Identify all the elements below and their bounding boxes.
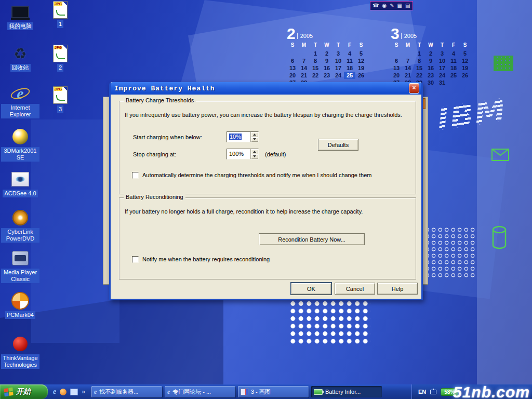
calendar-day: 26 [459,72,471,79]
language-indicator[interactable]: EN [418,389,426,395]
calendar-day: 19 [355,64,367,72]
quick-launch-chevron-icon[interactable]: » [82,388,85,395]
stop-charging-spinner[interactable]: 100% [227,149,259,159]
reconditioning-description: If your battery no longer holds a full c… [125,208,411,215]
desktop-icon-jpg-2[interactable]: JPG 2 [45,45,76,72]
jpg-badge: JPG [54,87,62,91]
task-button-server-not-found[interactable]: e 找不到服务器... [91,386,162,397]
acdsee-icon [10,170,30,188]
calendar-day: 15 [414,64,425,72]
battery-percent-badge[interactable]: 58% [441,388,458,396]
calendar-day: 5 [355,50,367,57]
media-quick-launch-icon[interactable] [60,389,66,395]
task-button-paint[interactable]: 3 - 画图 [238,386,309,397]
desktop-icon-my-computer[interactable]: 我的电脑 [1,3,39,30]
calendar-day [391,50,402,57]
calendar-day: 31 [436,79,448,86]
calendar-day-header: T [414,42,425,50]
phone-icon[interactable]: ☎ [373,3,379,8]
grid-icon[interactable]: ▦ [397,3,402,8]
auto-threshold-checkbox[interactable] [132,172,139,179]
dialog-titlebar[interactable]: Improve Battery Health × [111,82,421,95]
group-title: Battery Reconditioning [124,194,185,200]
improve-battery-health-dialog: Improve Battery Health × Battery Charge … [109,82,423,300]
quick-launch: e » [53,388,85,396]
envelope-icon [491,149,509,163]
calendar-day: 17 [332,64,344,72]
calendar-march: 3 2005 SMTWTFS12345678910111213141516171… [391,27,471,86]
stop-charging-value: 100% [227,149,250,159]
calendar-day-header: T [332,42,344,50]
group-title: Battery Charge Thresholds [124,97,196,103]
calendar-day: 13 [287,64,298,72]
calendar-day: 24 [436,72,448,79]
document-icon[interactable]: ▤ [405,3,410,8]
desktop-icon-thinkvantage[interactable]: ThinkVantage Technologies [1,335,39,369]
help-button[interactable]: Help [377,283,418,295]
desktop-icon-3dmark[interactable]: 3DMark2001 SE [1,128,39,162]
calendar-day: 16 [321,64,332,72]
calendar-day [448,79,459,86]
calendar-day-header: F [344,42,355,50]
calendar-day: 10 [332,57,344,64]
calendar-day-header: M [402,42,414,50]
desktop-icon-jpg-3[interactable]: JPG 3 [45,86,76,113]
show-desktop-icon[interactable] [70,389,78,395]
close-icon[interactable]: × [409,83,419,94]
calendar-day-header: S [459,42,471,50]
task-button-forum[interactable]: e 专门网论坛 - ... [165,386,235,397]
calendar-day [298,50,310,57]
default-note: (default) [265,151,286,157]
calendar-day: 25 [448,72,459,79]
start-button[interactable]: 开始 [0,384,48,399]
ok-button[interactable]: OK [291,283,331,295]
desktop-icon-internet-explorer[interactable]: Internet Explorer [1,85,39,118]
desktop-icon-acdsee[interactable]: ACDSee 4.0 [1,170,39,197]
calendar-day [459,79,471,86]
battery-reconditioning-group: Battery Reconditioning If your battery n… [119,197,416,280]
calendar-day: 30 [425,79,436,86]
desktop-icon-media-player-classic[interactable]: Media Player Classic [1,249,39,283]
task-button-battery-information[interactable]: Battery Infor... [311,386,382,397]
stop-charging-label: Stop charging at: [133,151,176,157]
grid-deco-icon [494,56,513,71]
desktop-icon-powerdvd[interactable]: CyberLink PowerDVD [1,209,39,243]
calendar-day: 16 [425,64,436,72]
calendar-day: 6 [391,57,402,64]
thinkvantage-icon [10,335,30,353]
recondition-battery-button[interactable]: Recondition Battery Now... [259,233,365,245]
system-tray: EN 58% [411,384,532,399]
start-charging-spinner[interactable]: 10% [227,131,259,142]
icon-label: ACDSee 4.0 [3,190,37,197]
defaults-button[interactable]: Defaults [318,139,358,151]
power-plug-icon[interactable] [430,390,436,394]
notify-reconditioning-checkbox[interactable] [132,256,139,263]
desktop-icon-jpg-1[interactable]: JPG 1 [45,1,76,28]
spin-up-icon[interactable] [251,149,258,154]
spin-down-icon[interactable] [251,154,258,159]
calendar-day: 4 [344,50,355,57]
ibm-logo: IBM [432,92,506,138]
auto-threshold-checkbox-label: Automatically determine the charging thr… [142,172,371,178]
spin-down-icon[interactable] [251,137,258,142]
ie-quick-launch-icon[interactable]: e [53,388,56,396]
calendar-day-header: F [448,42,459,50]
calendar-day: 10 [436,57,448,64]
recycle-bin-icon [10,45,30,62]
task-label: 专门网论坛 - ... [172,388,211,396]
spin-up-icon[interactable] [251,132,258,137]
target-icon[interactable]: ◉ [382,3,387,8]
floating-toolbar: ☎ ◉ ✎ ▦ ▤ [370,1,413,10]
cancel-button[interactable]: Cancel [335,283,375,295]
calendar-grid: SMTWTFS123456789101112131415161718192021… [287,42,367,86]
start-charging-value: 10% [229,134,242,140]
desktop-icon-pcmark[interactable]: PCMark04 [1,292,39,319]
task-label: 找不到服务器... [99,388,138,396]
pen-icon[interactable]: ✎ [390,3,394,8]
calendar-day: 3 [332,50,344,57]
thresholds-description: If you infrequently use battery power, y… [125,112,411,118]
wallpaper: IBM 2 2005 SMTWTFS1234567891011121314151… [0,0,532,399]
calendar-day-header: S [391,42,402,50]
desktop-icon-recycle-bin[interactable]: 回收站 [1,45,39,72]
dot-pattern-outline [424,227,476,278]
